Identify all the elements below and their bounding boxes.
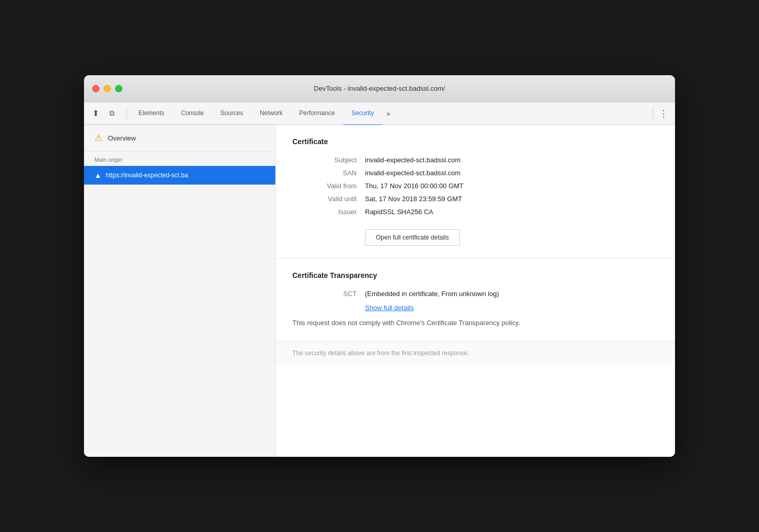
- transparency-note: This request does not comply with Chrome…: [292, 318, 603, 328]
- cert-label-issuer: Issuer: [292, 208, 365, 216]
- main-content: ⚠ Overview Main origin ▲ https://invalid…: [84, 125, 675, 457]
- footer-note: The security details above are from the …: [276, 341, 675, 365]
- cert-label-subject: Subject: [292, 156, 365, 164]
- more-options-button[interactable]: ⋮: [656, 106, 671, 121]
- three-dots-icon: ⋮: [659, 108, 668, 119]
- toolbar: ⬆ ⧉ Elements Console Sources Network Per…: [84, 102, 675, 125]
- cert-value-valid-until: Sat, 17 Nov 2018 23:59:59 GMT: [365, 195, 462, 203]
- sct-value: (Embedded in certificate, From unknown l…: [365, 290, 499, 298]
- traffic-lights: [92, 85, 122, 92]
- cert-value-san: invalid-expected-sct.badssl.com: [365, 169, 460, 177]
- cert-label-valid-until: Valid until: [292, 195, 365, 203]
- layers-icon: ⧉: [109, 109, 115, 118]
- transparency-section: Certificate Transparency SCT (Embedded i…: [276, 259, 675, 341]
- cert-row-valid-until: Valid until Sat, 17 Nov 2018 23:59:59 GM…: [292, 195, 658, 203]
- show-full-details-link[interactable]: Show full details: [365, 304, 658, 312]
- sidebar: ⚠ Overview Main origin ▲ https://invalid…: [84, 125, 276, 457]
- toolbar-end: ⋮: [650, 106, 671, 121]
- tab-security[interactable]: Security: [343, 102, 382, 125]
- cert-row-subject: Subject invalid-expected-sct.badssl.com: [292, 156, 658, 164]
- cert-value-issuer: RapidSSL SHA256 CA: [365, 208, 433, 216]
- cert-row-issuer: Issuer RapidSSL SHA256 CA: [292, 208, 658, 216]
- open-certificate-button[interactable]: Open full certificate details: [365, 229, 460, 246]
- maximize-button[interactable]: [115, 85, 122, 92]
- cert-value-valid-from: Thu, 17 Nov 2016 00:00:00 GMT: [365, 182, 463, 190]
- certificate-section: Certificate Subject invalid-expected-sct…: [276, 125, 675, 259]
- sidebar-overview-item[interactable]: ⚠ Overview: [84, 125, 275, 151]
- toolbar-separator-2: [653, 107, 653, 120]
- layers-icon-button[interactable]: ⧉: [105, 106, 119, 121]
- sidebar-section-header: Main origin: [84, 151, 275, 166]
- cursor-icon-button[interactable]: ⬆: [88, 106, 103, 121]
- tabs-overflow-button[interactable]: »: [382, 102, 395, 125]
- sidebar-origin-url: https://invalid-expected-sct.ba: [106, 172, 188, 179]
- cert-row-san: SAN invalid-expected-sct.badssl.com: [292, 169, 658, 177]
- sidebar-origin-item[interactable]: ▲ https://invalid-expected-sct.ba: [84, 166, 275, 185]
- cert-label-valid-from: Valid from: [292, 182, 365, 190]
- cert-value-subject: invalid-expected-sct.badssl.com: [365, 156, 460, 164]
- devtools-window: DevTools - invalid-expected-sct.badssl.c…: [84, 75, 675, 457]
- sct-label: SCT: [292, 290, 365, 298]
- sidebar-overview-label: Overview: [108, 134, 136, 142]
- close-button[interactable]: [92, 85, 100, 92]
- certificate-section-title: Certificate: [292, 137, 658, 146]
- tab-sources[interactable]: Sources: [212, 102, 251, 125]
- window-title: DevTools - invalid-expected-sct.badssl.c…: [314, 85, 445, 92]
- title-bar: DevTools - invalid-expected-sct.badssl.c…: [84, 75, 675, 102]
- tab-console[interactable]: Console: [173, 102, 212, 125]
- tab-network[interactable]: Network: [251, 102, 291, 125]
- certificate-table: Subject invalid-expected-sct.badssl.com …: [292, 156, 658, 216]
- cursor-icon: ⬆: [92, 108, 99, 118]
- cert-label-san: SAN: [292, 169, 365, 177]
- origin-warning-icon: ▲: [94, 171, 102, 179]
- cert-row-valid-from: Valid from Thu, 17 Nov 2016 00:00:00 GMT: [292, 182, 658, 190]
- content-panel: Certificate Subject invalid-expected-sct…: [276, 125, 675, 457]
- sct-row: SCT (Embedded in certificate, From unkno…: [292, 290, 658, 298]
- toolbar-icons: ⬆ ⧉: [88, 106, 119, 121]
- transparency-section-title: Certificate Transparency: [292, 271, 658, 279]
- minimize-button[interactable]: [104, 85, 111, 92]
- tabs-container: Elements Console Sources Network Perform…: [130, 102, 395, 125]
- tab-elements[interactable]: Elements: [130, 102, 173, 125]
- tab-performance[interactable]: Performance: [291, 102, 343, 125]
- toolbar-separator: [126, 107, 127, 120]
- warning-icon: ⚠: [94, 132, 103, 144]
